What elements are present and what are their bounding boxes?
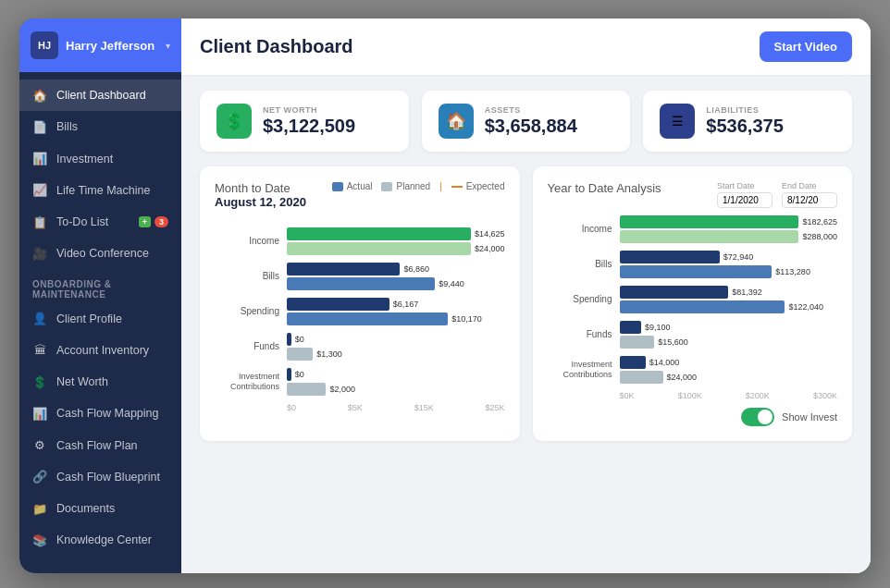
sidebar-item-label: Life Time Machine (56, 183, 150, 198)
income-label: Income (215, 236, 279, 247)
sidebar-item-cash-flow-plan[interactable]: ⚙ Cash Flow Plan (19, 430, 181, 461)
end-date-input[interactable]: 8/12/20 (782, 192, 837, 208)
sidebar-section-label: Onboarding & Maintenance (19, 270, 181, 303)
sidebar-item-video-conference[interactable]: 🎥 Video Conference (19, 238, 181, 269)
income-actual-bar (287, 227, 471, 240)
sidebar-item-label: Knowledge Center (56, 533, 152, 547)
mtd-axis: $0 $5K $15K $25K (215, 403, 505, 412)
income-planned-value: $24,000 (475, 244, 505, 253)
sidebar-item-label: Account Inventory (56, 343, 149, 358)
start-date-input[interactable]: 1/1/2020 (717, 192, 773, 208)
assets-info: ASSETS $3,658,884 (485, 105, 577, 137)
ytd-bills-planned-value: $113,280 (775, 267, 810, 276)
funds-label: Funds (215, 341, 279, 352)
ytd-spending-bar-planned: $122,040 (620, 300, 838, 313)
actual-legend-label: Actual (347, 181, 373, 191)
home-icon: 🏠 (32, 89, 47, 103)
ytd-spending-bars: $81,392 $122,040 (620, 286, 838, 313)
sidebar-item-account-inventory[interactable]: 🏛 Account Inventory (19, 335, 181, 366)
planned-legend-label: Planned (396, 181, 430, 191)
home-card-icon: 🏠 (439, 104, 474, 139)
ytd-axis-100k: $100K (678, 391, 702, 400)
start-video-button[interactable]: Start Video (760, 31, 852, 62)
main-content: Client Dashboard Start Video 💲 NET WORTH… (181, 18, 871, 573)
divider: | (439, 181, 442, 191)
ytd-income-actual-bar (620, 215, 799, 228)
chevron-down-icon: ▾ (166, 41, 170, 51)
app-window: HJ Harry Jefferson ▾ 🏠 Client Dashboard … (19, 18, 871, 573)
start-date-field: Start Date 1/1/2020 (717, 181, 773, 208)
funds-actual-value: $0 (295, 335, 304, 344)
axis-label-25k: $25K (485, 403, 504, 412)
ytd-bills-actual-bar (620, 251, 720, 263)
book-icon: 📚 (32, 533, 47, 547)
sidebar-item-life-time-machine[interactable]: 📈 Life Time Machine (19, 175, 181, 206)
ytd-axis: $0K $100K $200K $300K (548, 391, 838, 400)
sidebar-item-cash-flow-mapping[interactable]: 📊 Cash Flow Mapping (19, 398, 181, 429)
funds-bars: $0 $1,300 (287, 333, 505, 361)
sidebar-header[interactable]: HJ Harry Jefferson ▾ (19, 18, 181, 72)
sidebar-item-documents[interactable]: 📁 Documents (19, 493, 181, 524)
funds-row: Funds $0 $1,300 (215, 333, 505, 361)
bills-bar-planned: $9,440 (287, 277, 505, 290)
ytd-spending-actual-bar (620, 286, 729, 299)
charts-row: Month to Date August 12, 2020 Actual Pla… (200, 166, 852, 441)
expected-legend-line (451, 186, 463, 188)
sidebar-item-label: Documents (56, 501, 115, 516)
ytd-income-bar-actual: $182,625 (620, 215, 838, 228)
list-card-icon: ☰ (660, 104, 695, 139)
profile-icon: 👤 (32, 312, 47, 325)
investment-icon: 📊 (32, 152, 47, 165)
spending-planned-value: $10,170 (451, 314, 482, 324)
sidebar-item-label: Investment (56, 152, 113, 166)
sidebar-item-label: Client Dashboard (56, 88, 146, 103)
bills-planned-value: $9,440 (439, 279, 464, 288)
sidebar-item-knowledge-center[interactable]: 📚 Knowledge Center (19, 524, 181, 556)
planned-legend-box (381, 182, 392, 191)
sidebar-item-investment[interactable]: 📊 Investment (19, 143, 181, 175)
income-bar-planned: $24,000 (287, 242, 505, 255)
sidebar-user-name: Harry Jefferson (66, 39, 158, 53)
income-bars: $14,625 $24,000 (287, 227, 505, 255)
sidebar-item-client-dashboard[interactable]: 🏠 Client Dashboard (19, 80, 181, 111)
sidebar-item-bills[interactable]: 📄 Bills (19, 111, 181, 142)
ytd-funds-planned-bar (620, 336, 655, 349)
bank-icon: 🏛 (32, 343, 47, 357)
actual-legend-box (332, 182, 343, 191)
todo-icon: 📋 (32, 215, 47, 229)
net-worth-value: $3,122,509 (263, 116, 355, 137)
start-date-label: Start Date (717, 181, 773, 190)
ytd-income-label: Income (548, 224, 612, 235)
funds-bar-planned: $1,300 (287, 348, 505, 361)
axis-label-0: $0 (287, 403, 296, 412)
income-row: Income $14,625 $24,000 (215, 227, 505, 255)
sidebar-item-net-worth[interactable]: 💲 Net Worth (19, 366, 181, 398)
legend-actual: Actual (332, 181, 373, 191)
inv-contrib-bar-actual: $0 (287, 368, 505, 381)
spending-bars: $6,167 $10,170 (287, 298, 505, 325)
end-date-label: End Date (782, 181, 837, 190)
sidebar-nav: 🏠 Client Dashboard 📄 Bills 📊 Investment … (19, 72, 181, 573)
legend-planned: Planned (381, 181, 430, 191)
todo-count-badge: 3 (155, 216, 168, 227)
ytd-inv-contrib-actual-bar (620, 356, 646, 369)
sidebar-item-label: Video Conference (56, 246, 149, 261)
sidebar-item-client-profile[interactable]: 👤 Client Profile (19, 303, 181, 335)
sidebar-item-todo-list[interactable]: 📋 To-Do List + 3 (19, 206, 181, 238)
ytd-income-actual-value: $182,625 (802, 217, 837, 227)
sidebar-item-cash-flow-blueprint[interactable]: 🔗 Cash Flow Blueprint (19, 461, 181, 493)
ytd-inv-contrib-actual-value: $14,000 (649, 358, 680, 367)
toggle-label: Show Invest (782, 411, 837, 423)
sidebar-item-label: Net Worth (56, 374, 108, 389)
bills-row: Bills $6,860 $9,440 (215, 263, 505, 290)
spending-bar-planned: $10,170 (287, 312, 505, 325)
investment-contributions-row: Investment Contributions $0 $2,000 (215, 368, 505, 396)
show-invest-toggle[interactable] (741, 408, 774, 426)
ytd-income-planned-bar (620, 230, 799, 243)
liabilities-value: $536,375 (706, 116, 783, 137)
ytd-bills-label: Bills (548, 259, 612, 270)
inv-contrib-bar-planned: $2,000 (287, 383, 505, 396)
spending-bar-actual: $6,167 (287, 298, 505, 311)
mtd-chart-header: Month to Date August 12, 2020 Actual Pla… (215, 181, 505, 220)
content-area: 💲 NET WORTH $3,122,509 🏠 ASSETS $3,658,8… (181, 76, 871, 573)
